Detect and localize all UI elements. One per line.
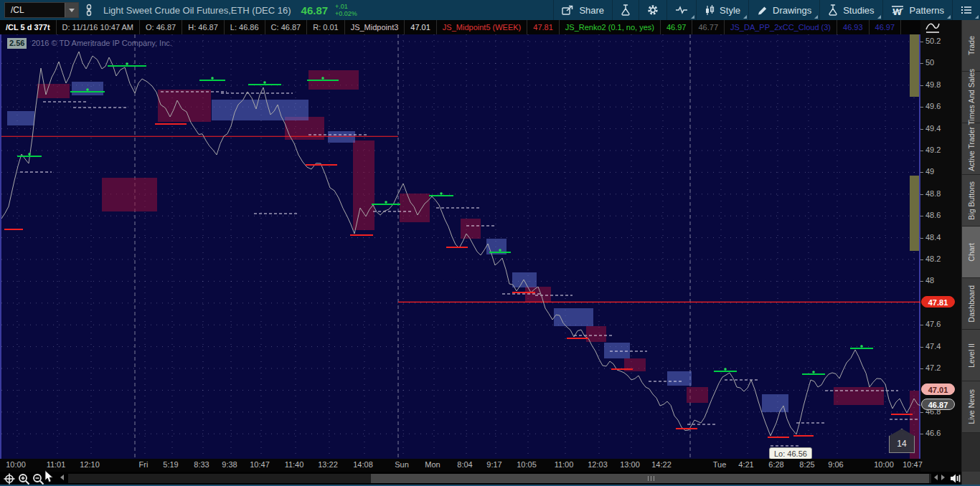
price-tick-label: 50 <box>925 58 934 67</box>
chart-symbol-spec[interactable]: /CL 5 d 377t <box>0 20 57 34</box>
list-menu-icon <box>961 5 972 15</box>
study-value: 46.77 <box>692 20 725 34</box>
price-tick-label: 49.2 <box>925 146 941 154</box>
price-tick-label: 47.2 <box>925 363 941 372</box>
study-name[interactable]: JS_Midpoint5 (WEEK) <box>437 20 527 34</box>
patterns-icon: W <box>891 5 905 16</box>
sidebar-tab-label: Times And Sales <box>967 69 976 125</box>
ohlc-field: L: 46.86 <box>225 20 265 34</box>
zoom-out-icon[interactable] <box>32 473 44 485</box>
study-name[interactable]: JS_Midpoint3 <box>345 20 405 34</box>
crosshair-tool-icon[interactable] <box>4 473 15 485</box>
ohlc-field: R: 0.01 <box>307 20 344 34</box>
patterns-button[interactable]: W Patterns <box>882 0 952 20</box>
sidebar-tab-live-news[interactable]: Live News <box>962 381 980 432</box>
pan-right-arrow[interactable] <box>941 475 945 480</box>
drawings-button[interactable]: Drawings <box>748 0 819 20</box>
price-tick-mark <box>920 129 923 130</box>
price-tick-mark <box>920 63 923 64</box>
settings-button[interactable] <box>639 0 666 20</box>
time-tick-label: 11:40 <box>278 460 310 469</box>
thumb-grip <box>648 476 649 481</box>
ohlc-field: D: 11/1/16 10:47 AM <box>57 20 140 34</box>
sidebar-tab-times-and-sales[interactable]: Times And Sales <box>962 72 980 123</box>
price-bubble: 46.87 <box>921 399 955 410</box>
pulse-icon <box>675 5 688 15</box>
symbol-dropdown-button[interactable] <box>65 3 78 17</box>
chevron-down-icon <box>69 9 75 12</box>
thumb-grip <box>651 476 651 481</box>
sidebar-tab-chart[interactable]: Chart <box>962 227 980 277</box>
sidebar-tab-label: Big Buttons <box>967 181 976 220</box>
chart-menu-button[interactable] <box>952 0 980 20</box>
time-tick-label: 13:00 <box>614 460 646 469</box>
chart-scrollbar[interactable] <box>68 474 931 483</box>
time-tick-label: 12:03 <box>582 460 613 469</box>
chart-mode-button[interactable] <box>666 0 696 20</box>
thumb-grip <box>654 476 654 481</box>
price-change: +.01 +0.02% <box>335 0 357 20</box>
axis-top-corner <box>920 20 961 34</box>
sidebar-tab-active-trader[interactable]: Active Trader <box>962 123 980 174</box>
studies-button[interactable]: Studies <box>819 0 882 20</box>
auto-scale-icon[interactable] <box>925 22 941 34</box>
price-tick-label: 48.4 <box>925 233 941 242</box>
price-tick-mark <box>920 238 923 239</box>
top-toolbar: /CL Light Sweet Crude Oil Futures,ETH (D… <box>0 0 980 20</box>
flask-icon <box>828 4 838 16</box>
sidebar-tab-label: Trade <box>967 36 976 55</box>
time-tick-label: 13:22 <box>312 460 344 469</box>
price-tick-label: 48.2 <box>925 254 941 263</box>
time-tick-label: 9:38 <box>214 460 245 469</box>
sidebar-tab-label: Active Trader <box>967 127 976 171</box>
alerts-sound-icon[interactable] <box>950 473 961 484</box>
sidebar-tab-trade[interactable]: Trade <box>962 20 980 71</box>
low-price-tooltip: Lo: 46.56 <box>769 447 812 459</box>
price-tick-mark <box>920 216 923 216</box>
pan-left-arrow[interactable] <box>934 475 938 480</box>
price-tick-label: 49.4 <box>925 124 941 133</box>
sidebar-tab-dashboard[interactable]: Dashboard <box>962 278 980 329</box>
ohlc-strip: /CL 5 d 377tD: 11/1/16 10:47 AMO: 46.87H… <box>0 20 920 34</box>
style-button[interactable]: Style <box>696 0 748 20</box>
price-tick-label: 49 <box>925 167 934 176</box>
scrollbar-thumb[interactable] <box>371 474 929 483</box>
study-value: 47.01 <box>405 20 437 34</box>
time-tick-label: 11:01 <box>40 460 72 469</box>
price-tick-mark <box>920 42 923 42</box>
thinkorswim-window: /CL Light Sweet Crude Oil Futures,ETH (D… <box>0 0 980 486</box>
price-scale-badge: 2.56 <box>7 38 27 49</box>
scroll-left-arrow[interactable] <box>60 475 64 480</box>
link-icon[interactable] <box>85 0 93 20</box>
pencil-icon <box>757 5 768 16</box>
price-tick-label: 48.8 <box>925 189 941 198</box>
study-value: 46.97 <box>870 20 902 34</box>
zoom-in-icon[interactable] <box>18 473 30 485</box>
price-tick-mark <box>920 172 923 173</box>
study-name[interactable]: JS_DA_PP_2xCC_Cloud (3) <box>725 20 837 34</box>
time-tick-label: 8:25 <box>791 460 823 469</box>
study-value: 46.93 <box>837 20 870 34</box>
gadget-sidebar: TradeTimes And SalesActive TraderBig But… <box>961 20 980 486</box>
price-tick-mark <box>920 368 923 369</box>
chart-plot[interactable]: 2.56 2016 © TD Ameritrade IP Company, In… <box>0 34 920 459</box>
sidebar-tab-label: Chart <box>967 243 976 262</box>
time-tick-label: 14:08 <box>347 460 379 469</box>
sidebar-tab-level-ii[interactable]: Level II <box>962 330 980 381</box>
price-tick-label: 46.6 <box>925 429 941 437</box>
price-tick-mark <box>920 107 923 108</box>
analyze-button[interactable] <box>612 0 639 20</box>
price-bubble: 47.01 <box>921 383 955 395</box>
sidebar-tab-big-buttons[interactable]: Big Buttons <box>962 175 980 226</box>
time-tick-label: 9:17 <box>479 460 510 469</box>
time-tick-label: 6:28 <box>760 460 792 469</box>
price-tick-label: 49.6 <box>925 102 941 110</box>
price-axis[interactable]: 50.25049.849.649.449.24948.848.648.448.2… <box>920 34 961 472</box>
time-tick-label: 10:05 <box>511 460 542 469</box>
time-tick-label: 10:47 <box>897 460 928 469</box>
share-button[interactable]: Share <box>553 0 612 20</box>
symbol-input[interactable]: /CL <box>4 2 79 18</box>
time-tick-label: 8:33 <box>186 460 217 469</box>
time-axis[interactable]: 10:0011:0112:10Fri5:198:339:3810:4711:40… <box>0 459 920 472</box>
study-name[interactable]: JS_Renko2 (0.1, no, yes) <box>560 20 661 34</box>
